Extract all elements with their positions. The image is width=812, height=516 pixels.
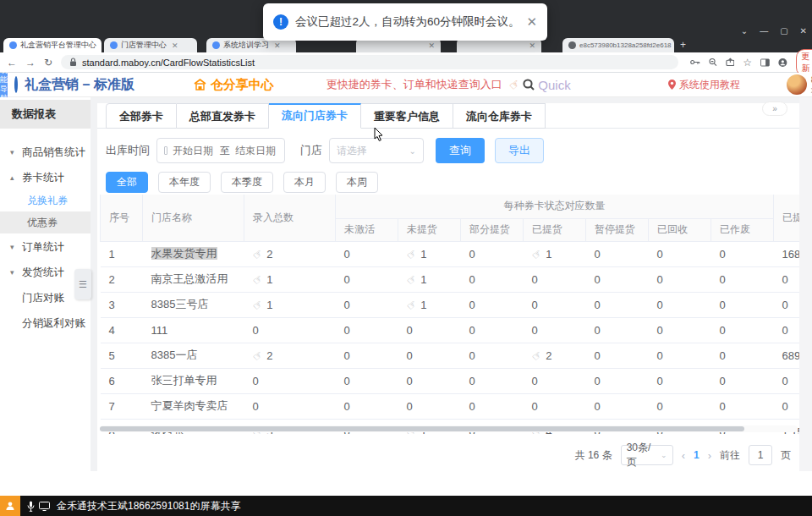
screen-icon[interactable] — [39, 502, 50, 511]
hand-pointer-icon: ☞ — [529, 348, 545, 364]
col-header-status: 已作废 — [711, 218, 774, 241]
new-tab-button[interactable]: + — [680, 39, 686, 51]
sidebar-item-exchange-coupon[interactable]: 兑换礼券 — [0, 189, 91, 211]
cell-count-link[interactable]: ☞1 — [524, 241, 586, 266]
store-name: 宁夏羊肉专卖店 — [151, 399, 228, 412]
tab-close-icon[interactable]: ✕ — [529, 41, 535, 50]
back-icon[interactable]: ← — [7, 58, 17, 68]
cell-count-link[interactable]: ☞1 — [398, 292, 461, 317]
cell-value: 0 — [711, 317, 774, 343]
quick-search-label[interactable]: Quick — [538, 78, 570, 92]
date-range-picker[interactable]: 至 — [156, 138, 285, 163]
reload-icon[interactable]: ↻ — [44, 58, 52, 68]
tab-search-icon[interactable]: ⌄ — [741, 26, 748, 36]
profile-icon[interactable] — [778, 58, 787, 68]
cell-store-name: 8385一店 — [143, 343, 244, 368]
user-avatar[interactable] — [787, 74, 807, 95]
cell-value: 0 — [398, 343, 461, 368]
cell-count-link[interactable]: ☞2 — [524, 343, 586, 368]
scroll-gutter — [799, 97, 812, 471]
quick-filter-all[interactable]: 全部 — [106, 172, 148, 193]
quick-filter-year[interactable]: 本年度 — [158, 172, 211, 193]
current-page-number[interactable]: 1 — [694, 449, 700, 461]
horizontal-scrollbar[interactable] — [100, 425, 798, 432]
cell-value: 689.0 — [774, 343, 799, 368]
cell-value: 0 — [649, 292, 711, 317]
function-nav-button[interactable]: 功能导航 — [0, 73, 8, 97]
end-date-input[interactable] — [235, 145, 277, 156]
search-button[interactable]: 查询 — [436, 138, 485, 163]
sidebar-item-card-stats[interactable]: ▴ 券卡统计 — [0, 166, 91, 189]
tab-key-customer-info[interactable]: 重要客户信息 — [361, 103, 453, 129]
quick-filter-week[interactable]: 本周 — [336, 172, 378, 193]
cell-count-link[interactable]: ☞1 — [398, 266, 461, 292]
cell-store-name: 张三打单专用 — [143, 368, 244, 393]
browser-tab-2[interactable]: 门店管理中心 ✕ — [104, 38, 197, 52]
browser-update-button[interactable]: 更新 ⋮ — [796, 49, 812, 76]
cell-value: 0 — [461, 343, 524, 368]
zoom-icon[interactable] — [709, 58, 717, 67]
browser-tab-6[interactable]: e8c573980b1328a258fd2e618 ✕ — [562, 38, 674, 52]
cell-value: 0 — [649, 241, 711, 266]
cell-value: 0 — [398, 393, 461, 419]
caret-down-icon: ▾ — [10, 243, 22, 251]
tab-store-flow-cards[interactable]: 流向门店券卡 — [269, 103, 361, 129]
app-header: 功能导航 礼盒营销 – 标准版 仓分享中心 更快捷的券卡、订单和快递查询入口 ☞… — [0, 73, 812, 97]
gap — [91, 97, 97, 471]
sidebar-item-discount-coupon[interactable]: 优惠券 — [0, 211, 91, 233]
quick-filter-month[interactable]: 本月 — [283, 172, 326, 193]
start-date-input[interactable] — [173, 145, 215, 156]
col-header-total-entered: 录入总数 — [244, 195, 336, 241]
page-size-select[interactable]: 30条/页 ⌄ — [621, 445, 673, 465]
content-card: 全部券卡 总部直发券卡 流向门店券卡 重要客户信息 流向仓库券卡 » 出库时间 … — [97, 103, 799, 471]
sidebar-item-rebate-reconciliation[interactable]: 分销返利对账 — [0, 311, 91, 335]
cell-index: 5 — [101, 343, 143, 368]
cell-value: 0 — [774, 292, 799, 317]
cell-count-link[interactable]: ☞1 — [244, 292, 336, 317]
toast-close-icon[interactable]: ✕ — [527, 14, 538, 30]
cell-count-link[interactable]: ☞2 — [244, 241, 336, 266]
share-icon[interactable] — [726, 58, 735, 67]
share-center-link[interactable]: 仓分享中心 — [194, 77, 274, 93]
goto-page-wrap — [749, 445, 772, 465]
forward-icon[interactable]: → — [25, 58, 36, 68]
bookmark-star-icon[interactable]: ☆ — [743, 57, 752, 69]
address-field[interactable]: standard.maboy.cn/CardFlowStatisticsList — [61, 55, 678, 69]
collapse-panel-button[interactable]: » — [762, 102, 787, 116]
close-button[interactable]: ✕ — [800, 26, 807, 36]
sidebar-item-order-stats[interactable]: ▾ 订单统计 — [0, 235, 91, 259]
cell-count-link[interactable]: ☞1 — [244, 266, 336, 292]
tab-close-icon[interactable]: ✕ — [428, 41, 435, 50]
cell-count-link[interactable]: ☞2 — [244, 343, 336, 368]
prev-page-icon[interactable]: ‹ — [682, 449, 685, 462]
sidebar-item-product-sales[interactable]: ▾ 商品销售统计 — [0, 140, 91, 164]
tab-warehouse-flow-cards[interactable]: 流向仓库券卡 — [453, 103, 546, 129]
scrollbar-thumb[interactable] — [100, 426, 744, 431]
search-icon[interactable] — [523, 79, 535, 91]
sidebar-item-label: 门店对账 — [22, 291, 64, 305]
cell-value: 0 — [649, 266, 711, 292]
export-button[interactable]: 导出 — [495, 138, 544, 163]
minimize-button[interactable]: — — [760, 26, 768, 36]
cell-index: 3 — [101, 292, 143, 317]
goto-page-input[interactable] — [749, 445, 772, 465]
microphone-icon[interactable] — [27, 501, 35, 512]
quick-filter-quarter[interactable]: 本季度 — [221, 172, 273, 193]
sidebar-collapse-handle[interactable]: ☰ — [74, 269, 91, 299]
next-page-icon[interactable]: › — [708, 449, 711, 462]
side-panel-icon[interactable] — [760, 58, 770, 67]
cell-index: 1 — [101, 241, 143, 266]
tab-close-icon[interactable]: ✕ — [172, 41, 178, 50]
browser-tab-label: 系统培训学习 — [223, 40, 269, 51]
key-icon[interactable] — [690, 58, 700, 66]
col-header-status: 已提货 — [524, 218, 586, 241]
tab-all-cards[interactable]: 全部券卡 — [106, 103, 177, 129]
globe-icon — [568, 41, 576, 49]
pointing-hand-icon: ☞ — [506, 76, 523, 93]
tab-hq-direct-cards[interactable]: 总部直发券卡 — [177, 103, 269, 129]
tab-close-icon[interactable]: ✕ — [274, 41, 281, 50]
tutorial-link[interactable]: 系统使用教程 — [668, 78, 740, 92]
browser-tab-1[interactable]: 礼盒营销平台管理中心 ✕ — [3, 38, 102, 52]
cell-count-link[interactable]: ☞1 — [398, 241, 461, 266]
maximize-button[interactable]: ▢ — [780, 26, 787, 36]
